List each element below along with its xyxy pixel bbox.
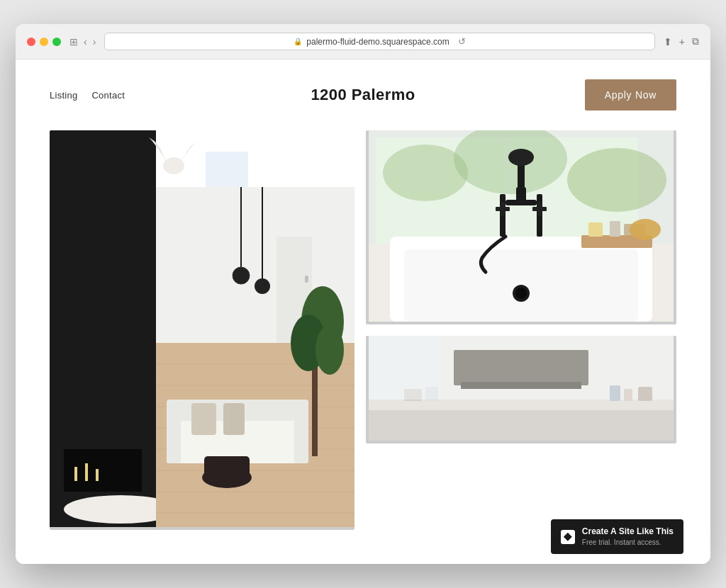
- svg-point-37: [163, 157, 184, 174]
- squarespace-logo: [561, 530, 575, 544]
- header-right: Apply Now: [585, 79, 676, 111]
- forward-icon[interactable]: ›: [93, 36, 96, 47]
- squarespace-badge[interactable]: Create A Site Like This Free trial. Inst…: [551, 519, 683, 554]
- svg-rect-73: [624, 389, 632, 401]
- browser-controls: ⊞ ‹ ›: [69, 36, 96, 47]
- lock-icon: 🔒: [294, 38, 302, 45]
- nav-contact[interactable]: Contact: [91, 90, 125, 101]
- site-nav: Listing Contact: [50, 90, 125, 101]
- svg-rect-32: [204, 456, 250, 477]
- sidebar-toggle-icon[interactable]: ⊞: [69, 36, 78, 47]
- svg-point-36: [315, 325, 344, 375]
- gallery-right: [366, 130, 676, 443]
- svg-rect-30: [223, 403, 245, 435]
- traffic-lights: [27, 38, 61, 46]
- back-icon[interactable]: ‹: [84, 36, 87, 47]
- kitchen-image: [366, 336, 676, 443]
- reload-icon[interactable]: ↺: [458, 36, 466, 47]
- svg-rect-70: [461, 382, 581, 389]
- url-text: palermo-fluid-demo.squarespace.com: [306, 37, 449, 47]
- svg-rect-4: [85, 463, 88, 481]
- svg-point-22: [233, 267, 250, 284]
- svg-rect-28: [294, 407, 308, 463]
- svg-rect-71: [369, 400, 674, 410]
- nav-listing[interactable]: Listing: [50, 90, 77, 101]
- svg-rect-54: [501, 202, 505, 216]
- svg-rect-27: [167, 407, 181, 463]
- svg-point-24: [255, 278, 270, 294]
- fullscreen-button[interactable]: [52, 38, 61, 46]
- share-icon[interactable]: ⬆: [664, 36, 672, 47]
- living-room-image: [50, 130, 354, 530]
- svg-point-60: [508, 149, 534, 166]
- svg-rect-74: [638, 387, 652, 401]
- badge-text: Create A Site Like This Free trial. Inst…: [582, 526, 674, 547]
- badge-sub-text: Free trial. Instant access.: [582, 538, 674, 547]
- minimize-button[interactable]: [40, 38, 48, 46]
- squarespace-logo-icon: [564, 533, 572, 541]
- browser-actions: ⬆ + ⧉: [664, 35, 699, 47]
- svg-point-50: [515, 288, 527, 299]
- close-button[interactable]: [27, 38, 35, 46]
- svg-rect-69: [454, 350, 588, 385]
- browser-chrome: ⊞ ‹ › 🔒 palermo-fluid-demo.squarespace.c…: [16, 24, 710, 60]
- svg-rect-56: [537, 202, 542, 216]
- svg-rect-20: [305, 276, 308, 283]
- badge-main-text: Create A Site Like This: [582, 526, 674, 538]
- svg-rect-72: [610, 385, 620, 401]
- site-header: Listing Contact 1200 Palermo Apply Now: [16, 60, 710, 130]
- tabs-icon[interactable]: ⧉: [692, 35, 699, 47]
- bathroom-image: [366, 130, 676, 324]
- svg-rect-62: [588, 222, 603, 237]
- apply-now-button[interactable]: Apply Now: [585, 79, 676, 111]
- gallery-left: [50, 130, 354, 530]
- svg-rect-68: [369, 407, 674, 441]
- svg-point-45: [567, 148, 666, 212]
- svg-rect-5: [96, 469, 99, 481]
- address-bar[interactable]: 🔒 palermo-fluid-demo.squarespace.com ↺: [104, 33, 654, 50]
- svg-rect-77: [369, 336, 440, 400]
- page-title: 1200 Palermo: [311, 86, 415, 104]
- new-tab-icon[interactable]: +: [679, 36, 685, 47]
- gallery-section: [16, 130, 710, 564]
- svg-point-65: [630, 219, 661, 240]
- svg-rect-29: [191, 403, 216, 435]
- browser-window: ⊞ ‹ › 🔒 palermo-fluid-demo.squarespace.c…: [16, 24, 710, 564]
- svg-rect-63: [610, 221, 620, 237]
- website-content: Listing Contact 1200 Palermo Apply Now: [16, 60, 710, 564]
- svg-rect-3: [74, 467, 77, 481]
